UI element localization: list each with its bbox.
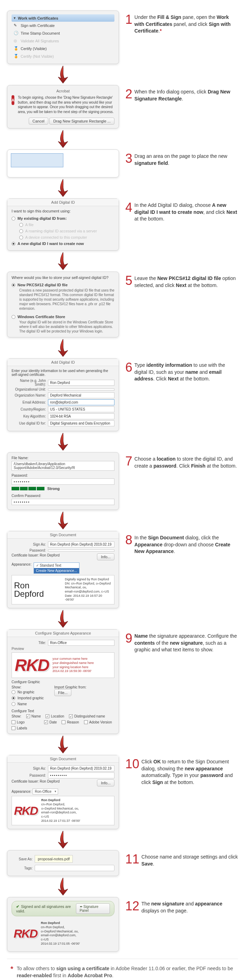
ou-input[interactable]	[48, 388, 115, 391]
dialog-title: Add Digital ID	[7, 199, 119, 206]
cancel-button[interactable]: Cancel	[29, 118, 48, 125]
check-name[interactable]: ✓Name	[26, 714, 41, 718]
country-select[interactable]: US - UNITED STATES	[48, 406, 115, 412]
arrow-icon	[56, 831, 70, 848]
dialog-lead: Enter your identity information to be us…	[11, 369, 115, 377]
radio-file: A file	[19, 221, 115, 228]
password-input[interactable]	[48, 549, 115, 552]
sign-as-select[interactable]: Ron Depford (Ron Depford) 2019.02.19	[48, 541, 115, 547]
create-new-appearance-option[interactable]: Create New Appearance...	[34, 568, 79, 573]
email-input[interactable]: ron@depford.com	[48, 399, 115, 405]
valid-icon: ✔	[16, 904, 19, 908]
configure-graphic-label: Configure Graphic	[11, 680, 115, 684]
screenshot-step-8: Sign Document Sign As:Ron Depford (Ron D…	[7, 531, 119, 608]
step-description: Name the signature appearance. Configure…	[134, 633, 238, 654]
signature-panel-button[interactable]: ✒ Signature Panel	[76, 904, 110, 914]
appearance-dropdown[interactable]: ✓ Standard Text Create New Appearance...	[33, 562, 80, 574]
screenshot-step-9: Configure Signature Appearance Title:Ron…	[7, 629, 119, 734]
menu-certify-visible[interactable]: 🏅Certify (Visible)	[11, 45, 115, 52]
filename-label: File Name:	[11, 456, 115, 460]
check-version[interactable]: Adobe Version	[84, 720, 112, 724]
strength-label: Strong	[47, 487, 59, 491]
step-number: 8	[125, 535, 132, 546]
org-input[interactable]: Depford Mechanical	[48, 392, 115, 398]
check-location[interactable]: ✓Location	[46, 714, 64, 718]
check-date[interactable]: ✓Date	[44, 720, 57, 724]
signature-meta: Ron Depfordcn=Ron Depford, o=Depford Mec…	[41, 799, 81, 823]
step-number: 5	[125, 275, 132, 286]
title-input[interactable]: Ron-Office	[48, 640, 115, 646]
check-dn[interactable]: ✓Distinguished name	[69, 714, 105, 718]
password-input[interactable]: ••••••••	[11, 479, 115, 485]
step-description: Click OK to return to the Sign Document …	[142, 759, 238, 786]
winstore-desc: Your digital ID will be stored in the Wi…	[11, 320, 115, 334]
radio-existing-id[interactable]: My existing digital ID from:	[11, 215, 115, 221]
appearance-select[interactable]: Ron-Office	[33, 789, 59, 794]
step-number: 1	[125, 14, 132, 25]
password-input[interactable]: •••••••••	[48, 772, 115, 778]
radio-name-graphic[interactable]: Name	[11, 701, 44, 707]
ribbon-icon: 🏅	[14, 54, 19, 59]
signature-name: Ron Depford	[14, 581, 61, 598]
arrow-icon	[56, 66, 70, 83]
radio-no-graphic[interactable]: No graphic	[11, 689, 44, 695]
arrow-icon	[56, 179, 70, 197]
check-reason[interactable]: Reason	[62, 720, 79, 724]
step-number: 4	[125, 202, 132, 213]
step-description: The new signature and appearance display…	[142, 900, 238, 914]
dialog-lead: Where would you like to store your self-…	[11, 275, 115, 280]
confirm-password-input[interactable]: ••••••••	[11, 499, 115, 505]
key-algo-select[interactable]: 1024-bit RSA	[48, 414, 115, 419]
radio-pkcs12[interactable]: New PKCS#12 digital ID file	[11, 282, 115, 288]
step-number: 2	[125, 89, 132, 100]
arrow-icon	[56, 878, 70, 895]
signature-meta: Digitally signed by Ron Depford DN: cn=R…	[65, 578, 112, 602]
radio-new-id[interactable]: A new digital ID I want to create now	[11, 240, 115, 247]
dialog-title: Sign Document	[7, 531, 119, 539]
signature-meta: Ron Depfordcn=Ron Depford, o=Depford Mec…	[41, 921, 80, 946]
screenshot-step-3	[7, 150, 119, 177]
filename-input[interactable]: /Users/dbaker/Library/Application Suppor…	[11, 461, 115, 471]
panel-header[interactable]: ▾ Work with Certificates	[11, 14, 115, 22]
step-description: Choose a location to store the digital I…	[134, 456, 238, 469]
menu-time-stamp[interactable]: 🕒Time Stamp Document	[11, 29, 115, 37]
screenshot-step-12: ✔Signed and all signatures are valid. ✒ …	[7, 897, 119, 951]
rkd-graphic: RKD	[15, 655, 49, 675]
signature-field-rect[interactable]	[11, 153, 64, 167]
file-button[interactable]: File...	[54, 689, 72, 696]
tags-input[interactable]	[35, 865, 115, 871]
save-as-input[interactable]: proposal-notes.pdf	[35, 855, 73, 863]
name-input[interactable]: Ron Depford	[48, 380, 115, 386]
use-select[interactable]: Digital Signatures and Data Encryption	[48, 420, 115, 426]
radio-imported-graphic[interactable]: Imported graphic	[11, 695, 44, 701]
menu-sign-with-certificate[interactable]: ✎Sign with Certificate	[11, 22, 115, 29]
drag-rectangle-button[interactable]: Drag New Signature Rectangle ...	[49, 118, 115, 125]
step-description: Under the Fill & Sign pane, open the Wor…	[134, 14, 238, 35]
screenshot-step-4: Add Digital ID I want to sign this docum…	[7, 199, 119, 251]
radio-win-store[interactable]: Windows Certificate Store	[11, 313, 115, 320]
screenshot-step-10: Sign Document Sign As:Ron Depford (Ron D…	[7, 755, 119, 829]
preview-label: Preview	[11, 647, 115, 651]
step-number: 11	[125, 854, 139, 865]
step-description: When the Info dialog opens, click Drag N…	[134, 89, 238, 102]
validity-bar: ✔Signed and all signatures are valid. ✒ …	[11, 901, 115, 916]
password-label: Password:	[11, 474, 115, 477]
confirm-password-label: Confirm Password:	[11, 494, 115, 498]
check-labels[interactable]: Labels	[11, 726, 27, 730]
rkd-graphic: RKD	[14, 804, 38, 818]
dialog-lead: I want to sign this document using:	[11, 209, 115, 213]
step-description: Drag an area on the page to place the ne…	[134, 153, 238, 167]
arrow-icon	[56, 252, 70, 270]
pkcs12-desc: Creates a new password protected digital…	[11, 288, 115, 311]
info-button[interactable]: Info...	[97, 780, 115, 786]
step-number: 12	[125, 900, 139, 912]
appearance-label: Appearance:	[11, 562, 32, 566]
step-number: 9	[125, 633, 132, 644]
dialog-title: Acrobat	[11, 89, 115, 93]
step-description: Leave the New PKCS#12 digital ID file op…	[134, 275, 238, 289]
info-body: To begin signing, choose the 'Drag New S…	[18, 95, 115, 114]
sign-as-select[interactable]: Ron Depford (Ron Depford) 2019.02.19	[48, 765, 115, 772]
info-button[interactable]: Info...	[97, 554, 115, 560]
arrow-icon	[56, 610, 70, 628]
check-logo[interactable]: Logo	[11, 720, 24, 724]
